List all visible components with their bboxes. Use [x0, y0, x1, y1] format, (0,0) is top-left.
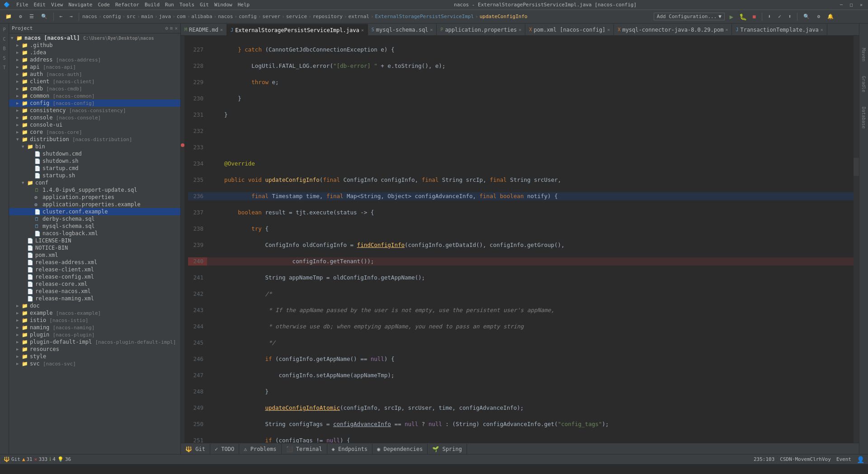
gradle-label[interactable]: Gradle [860, 74, 867, 94]
tree-item-startup-cmd[interactable]: ▶ 📄 startup.cmd [9, 165, 180, 172]
bottom-tab-dependencies[interactable]: ◉ Dependencies [373, 444, 428, 454]
tree-item-consistency[interactable]: ▶ 📁 consistency [nacos-consistency] [9, 107, 180, 114]
tab-pom[interactable]: X pom.xml [nacos-config] ✕ [525, 24, 614, 35]
notifications-button[interactable]: 🔔 [825, 13, 836, 20]
tab-mysql-schema[interactable]: S mysql-schema.sql ✕ [368, 24, 437, 35]
git-commit-button[interactable]: ✓ [775, 13, 784, 20]
tree-item-shutdown-sh[interactable]: ▶ 📄 shutdown.sh [9, 157, 180, 165]
tab-app-properties[interactable]: P application.properties ✕ [437, 24, 525, 35]
menu-edit[interactable]: Edit [31, 2, 49, 8]
tree-item-shutdown-cmd[interactable]: ▶ 📄 shutdown.cmd [9, 150, 180, 157]
sidebar-structure[interactable]: S [0, 54, 9, 62]
bottom-tab-git[interactable]: 🔱 Git [181, 444, 210, 454]
tree-item-api[interactable]: ▶ 📁 api [nacos-api] [9, 63, 180, 71]
project-settings-button[interactable]: ⚙ [16, 13, 25, 20]
scroll-map[interactable] [854, 36, 859, 443]
breadcrumb-repository[interactable]: repository [313, 14, 343, 19]
menu-file[interactable]: File [14, 2, 31, 8]
breadcrumb-extrnal[interactable]: extrnal [349, 14, 369, 19]
tree-item-release-core[interactable]: ▶ 📄 release-core.xml [9, 280, 180, 288]
tab-pom-close[interactable]: ✕ [607, 27, 610, 32]
maven-label[interactable]: Maven [860, 46, 867, 63]
restore-button[interactable]: □ [848, 2, 854, 8]
tree-item-conf[interactable]: ▼ 📁 conf [9, 179, 180, 186]
tree-item-derby-sql[interactable]: ▶ 🗒 derby-schema.sql [9, 215, 180, 223]
git-status[interactable]: 🔱 Git [4, 456, 20, 462]
breadcrumb-config[interactable]: config [103, 14, 121, 19]
tree-item-release-client[interactable]: ▶ 📄 release-client.xml [9, 266, 180, 273]
bottom-tab-terminal[interactable]: ⬛ Terminal [282, 444, 327, 454]
menu-build[interactable]: Build [142, 2, 162, 8]
info-status[interactable]: ℹ 4 [49, 456, 56, 462]
tree-item-cluster-conf-example[interactable]: ▶ 📄 cluster.conf.example [9, 208, 180, 215]
tree-item-naming[interactable]: ▶ 📁 naming [nacos-naming] [9, 324, 180, 331]
warnings-status[interactable]: ▲ 31 [22, 456, 33, 462]
tab-mysql-close[interactable]: ✕ [430, 27, 433, 32]
tree-item-example[interactable]: ▶ 📁 example [nacos-example] [9, 309, 180, 317]
close-button[interactable]: ✕ [858, 2, 864, 8]
search-button[interactable]: 🔍 [38, 13, 50, 20]
tree-item-bin[interactable]: ▼ 📁 bin [9, 143, 180, 150]
tab-connector-close[interactable]: ✕ [725, 27, 728, 32]
menu-tools[interactable]: Tools [177, 2, 197, 8]
tree-item-notice-bin[interactable]: ▶ 📄 NOTICE-BIN [9, 244, 180, 251]
tree-item-istio[interactable]: ▶ 📁 istio [nacos-istio] [9, 317, 180, 324]
tree-item-svc[interactable]: ▶ 📁 svc [nacos-svc] [9, 360, 180, 367]
event-status[interactable]: Event [836, 456, 851, 462]
back-button[interactable]: ← [57, 13, 66, 20]
breadcrumb-server[interactable]: server [262, 14, 280, 19]
position-status[interactable]: 235:103 [754, 456, 774, 462]
sidebar-commit[interactable]: C [0, 35, 9, 43]
tree-item-pom[interactable]: ▶ 📄 pom.xml [9, 251, 180, 259]
tree-item-config[interactable]: ▶ 📁 config [nacos-config] [9, 100, 180, 107]
breadcrumb-method[interactable]: updateConfigInfo [480, 14, 528, 19]
breadcrumb-main[interactable]: main [142, 14, 154, 19]
forward-button[interactable]: → [67, 13, 75, 20]
git-update-button[interactable]: ⬇ [765, 13, 774, 20]
tree-item-resources[interactable]: ▶ 📁 resources [9, 346, 180, 353]
breadcrumb-src[interactable]: src [127, 14, 136, 19]
tree-item-plugin[interactable]: ▶ 📁 plugin [nacos-plugin] [9, 331, 180, 338]
bottom-tab-endpoints[interactable]: ◈ Endpoints [327, 444, 373, 454]
hints-status[interactable]: 💡 36 [57, 456, 71, 462]
tree-item-release-nacos[interactable]: ▶ 📄 release-nacos.xml [9, 288, 180, 295]
user-avatar[interactable]: 👤 [857, 456, 864, 463]
tree-settings-icon[interactable]: ⚙ [165, 25, 168, 31]
breadcrumb-java[interactable]: java [159, 14, 171, 19]
tree-item-plugin-default[interactable]: ▶ 📁 plugin-default-impl [nacos-plugin-de… [9, 338, 180, 346]
search-everywhere-button[interactable]: 🔍 [801, 13, 812, 20]
tree-item-app-properties[interactable]: ▶ ⚙ application.properties [9, 194, 180, 201]
breadcrumb-file[interactable]: ExternalStoragePersistServiceImpl [375, 14, 474, 19]
debug-button[interactable]: 🐛 [738, 12, 748, 22]
tree-item-app-properties-example[interactable]: ▶ ⚙ application.properties.example [9, 201, 180, 208]
tab-transaction[interactable]: J TransactionTemplate.java ✕ [732, 24, 827, 35]
tree-item-license-bin[interactable]: ▶ 📄 LICENSE-BIN [9, 237, 180, 244]
tab-external-storage[interactable]: J ExternalStoragePersistServiceImpl.java… [227, 24, 368, 35]
tab-readme-close[interactable]: ✕ [220, 27, 223, 32]
git-push-button[interactable]: ⬆ [786, 13, 794, 20]
tree-close-icon[interactable]: ✕ [175, 25, 178, 31]
tree-item-auth[interactable]: ▶ 📁 auth [nacos-auth] [9, 71, 180, 78]
menu-git[interactable]: Git [197, 2, 212, 8]
tab-transaction-close[interactable]: ✕ [821, 27, 823, 32]
tree-item-console[interactable]: ▶ 📁 console [nacos-console] [9, 114, 180, 121]
bottom-tab-todo[interactable]: ✓ TODO [210, 444, 239, 454]
tree-item-nacos-logback[interactable]: ▶ 📄 nacos-logback.xml [9, 230, 180, 237]
tab-external-close[interactable]: ✕ [361, 28, 364, 33]
code-editor[interactable]: 227 } catch (CannotGetJdbcConnectionExce… [181, 36, 859, 443]
breadcrumb-alibaba[interactable]: alibaba [191, 14, 212, 19]
tree-item-mysql-sql[interactable]: ▶ 🗒 mysql-schema.sql [9, 223, 180, 230]
bottom-tab-spring[interactable]: 🌱 Spring [428, 444, 467, 454]
tree-item-github[interactable]: ▶ 📁 .github [9, 42, 180, 49]
bottom-tab-problems[interactable]: ⚠ Problems [239, 444, 281, 454]
code-content[interactable]: 227 } catch (CannotGetJdbcConnectionExce… [184, 36, 854, 443]
menu-run[interactable]: Run [162, 2, 177, 8]
tree-item-address[interactable]: ▶ 📁 address [nacos-address] [9, 56, 180, 63]
sidebar-bookmarks[interactable]: B [0, 44, 9, 53]
tree-item-core[interactable]: ▶ 📁 core [nacos-core] [9, 128, 180, 136]
structure-button[interactable]: ☰ [27, 13, 37, 20]
breadcrumb-config2[interactable]: config [239, 14, 257, 19]
run-button[interactable]: ▶ [726, 12, 736, 22]
run-config-dropdown-icon[interactable]: ▼ [718, 14, 722, 19]
breadcrumb-nacos2[interactable]: nacos [218, 14, 233, 19]
